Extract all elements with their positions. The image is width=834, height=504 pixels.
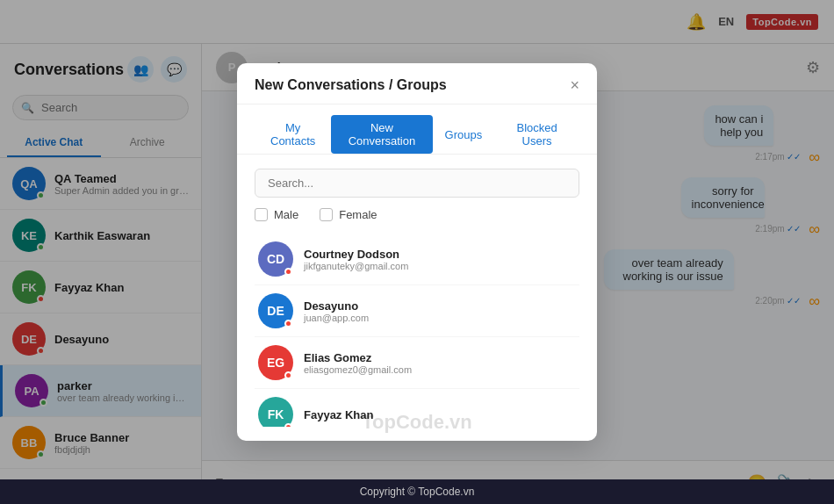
new-conversations-modal: New Conversations / Groups × My Contacts… (237, 63, 597, 441)
modal-title: New Conversations / Groups (255, 77, 447, 93)
modal-contact-email: juan@app.com (304, 313, 369, 323)
filter-row: Male Female (255, 208, 579, 221)
modal-contact-name: Courtney Dodson (304, 248, 408, 261)
modal-contact-name: Fayyaz Khan (304, 408, 373, 421)
modal-header: New Conversations / Groups × (237, 63, 597, 104)
footer-bar: Copyright © TopCode.vn (0, 479, 834, 504)
filter-male[interactable]: Male (255, 208, 298, 221)
modal-search-input[interactable] (255, 169, 579, 198)
modal-overlay: New Conversations / Groups × My Contacts… (0, 0, 834, 504)
modal-contact-name: Elias Gomez (304, 351, 412, 364)
modal-contact-info: Desayuno juan@app.com (304, 299, 369, 323)
modal-contact-email: eliasgomez0@gmail.com (304, 364, 412, 375)
footer-text: Copyright © TopCode.vn (360, 486, 475, 498)
offline-status-dot (284, 423, 292, 427)
tab-new-conversation[interactable]: New Conversation (331, 115, 432, 154)
modal-tabs: My Contacts New Conversation Groups Bloc… (237, 104, 597, 155)
filter-male-label: Male (274, 208, 298, 221)
offline-status-dot (284, 320, 292, 328)
modal-contact-name: Desayuno (304, 299, 369, 313)
tab-my-contacts[interactable]: My Contacts (255, 115, 331, 154)
modal-avatar: FK (258, 397, 293, 427)
filter-female-label: Female (339, 208, 377, 221)
offline-status-dot (284, 371, 292, 379)
modal-list-item[interactable]: FK Fayyaz Khan (255, 389, 579, 427)
modal-contact-info: Elias Gomez eliasgomez0@gmail.com (304, 351, 412, 375)
modal-contact-info: Courtney Dodson jikfganuteky@gmail.com (304, 248, 408, 271)
female-checkbox[interactable] (320, 208, 333, 221)
filter-female[interactable]: Female (320, 208, 377, 221)
app-background: 🔔 EN TopCode.vn Conversations 👥 💬 🔍 Acti… (0, 0, 834, 504)
modal-body: Male Female CD Court (237, 155, 597, 441)
modal-close-button[interactable]: × (570, 77, 579, 93)
offline-status-dot (284, 268, 292, 276)
modal-avatar: DE (258, 293, 293, 328)
modal-list-item[interactable]: DE Desayuno juan@app.com (255, 285, 579, 337)
tab-groups[interactable]: Groups (433, 115, 495, 154)
modal-contact-list: CD Courtney Dodson jikfganuteky@gmail.co… (255, 234, 579, 427)
modal-avatar: EG (258, 345, 293, 380)
modal-contact-info: Fayyaz Khan (304, 408, 373, 421)
modal-contact-email: jikfganuteky@gmail.com (304, 261, 408, 271)
modal-list-item[interactable]: EG Elias Gomez eliasgomez0@gmail.com (255, 337, 579, 389)
male-checkbox[interactable] (255, 208, 268, 221)
tab-blocked-users[interactable]: Blocked Users (494, 115, 579, 154)
modal-list-item[interactable]: CD Courtney Dodson jikfganuteky@gmail.co… (255, 234, 579, 285)
modal-avatar: CD (258, 241, 293, 277)
